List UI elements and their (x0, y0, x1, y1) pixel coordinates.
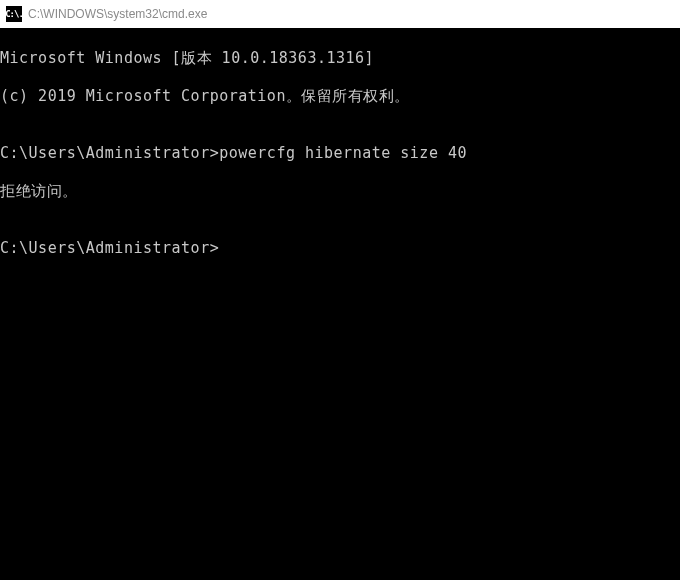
cmd-icon-text: C:\. (5, 9, 23, 19)
response-line-1: 拒绝访问。 (0, 182, 680, 201)
prompt-2: C:\Users\Administrator> (0, 239, 219, 257)
command-line-1: C:\Users\Administrator>powercfg hibernat… (0, 144, 680, 163)
window-title: C:\WINDOWS\system32\cmd.exe (28, 7, 207, 21)
active-prompt-line[interactable]: C:\Users\Administrator> (0, 239, 680, 258)
executed-command-1: powercfg hibernate size 40 (219, 144, 467, 162)
copyright-line: (c) 2019 Microsoft Corporation。保留所有权利。 (0, 87, 680, 106)
title-bar[interactable]: C:\. C:\WINDOWS\system32\cmd.exe (0, 0, 680, 28)
prompt-1: C:\Users\Administrator> (0, 144, 219, 162)
terminal-area[interactable]: Microsoft Windows [版本 10.0.18363.1316] (… (0, 28, 680, 580)
cmd-icon: C:\. (6, 6, 22, 22)
version-line: Microsoft Windows [版本 10.0.18363.1316] (0, 49, 680, 68)
